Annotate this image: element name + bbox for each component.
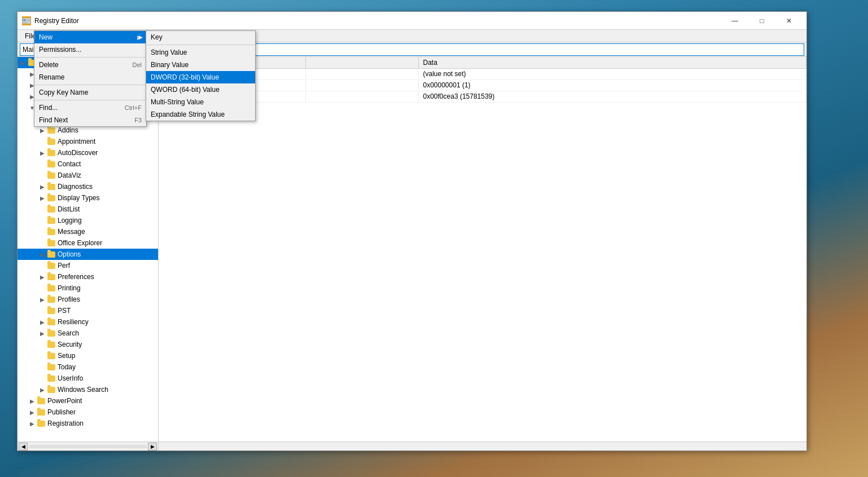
tree-item[interactable]: DistList bbox=[17, 204, 158, 215]
tree-item[interactable]: PST bbox=[17, 305, 158, 316]
tree-item[interactable]: Message bbox=[17, 226, 158, 237]
close-button[interactable]: ✕ bbox=[776, 12, 802, 30]
folder-icon bbox=[47, 363, 56, 371]
tree-item[interactable]: Printing bbox=[17, 282, 158, 294]
menu-item-find-label: Find... bbox=[39, 104, 58, 112]
cell-type bbox=[305, 80, 418, 91]
submenu-item-multi-string[interactable]: Multi-String Value bbox=[146, 96, 255, 108]
submenu-item-dword-label: DWORD (32-bit) Value bbox=[151, 73, 219, 81]
new-submenu[interactable]: Key String Value Binary Value DWORD (32-… bbox=[146, 30, 256, 121]
menu-item-new-label: New bbox=[39, 33, 52, 41]
tree-item[interactable]: UserInfo bbox=[17, 373, 158, 384]
expand-icon: ▶ bbox=[28, 396, 37, 405]
tree-item[interactable]: ▶ Registration bbox=[17, 418, 158, 429]
table-row[interactable]: (Default) (value not set) bbox=[159, 68, 806, 80]
expand-icon: ▶ bbox=[38, 193, 47, 202]
menu-item-find-next[interactable]: Find Next F3 bbox=[34, 114, 146, 126]
folder-icon bbox=[47, 183, 56, 191]
tree-item[interactable]: ▶ Publisher bbox=[17, 407, 158, 418]
minimize-button[interactable]: — bbox=[722, 12, 748, 30]
submenu-item-string-value[interactable]: String Value bbox=[146, 46, 255, 59]
menu-item-rename[interactable]: Rename bbox=[34, 71, 146, 83]
expand-icon: ▶ bbox=[38, 272, 47, 281]
tree-item[interactable]: ▶ Windows Search bbox=[17, 384, 158, 395]
cell-data: 0x00000001 (1) bbox=[418, 80, 806, 91]
tree-item-profiles[interactable]: ▶ Profiles bbox=[17, 294, 158, 305]
maximize-button[interactable]: □ bbox=[749, 12, 775, 30]
submenu-item-binary-label: Binary Value bbox=[151, 61, 188, 69]
cell-type bbox=[305, 68, 418, 80]
folder-icon bbox=[37, 419, 46, 427]
col-header-data: Data bbox=[418, 57, 806, 68]
menu-item-copy-key-name[interactable]: Copy Key Name bbox=[34, 86, 146, 99]
tree-item[interactable]: Appointment bbox=[17, 136, 158, 147]
menu-item-find[interactable]: Find... Ctrl+F bbox=[34, 101, 146, 114]
data-panel: Name Data (Default) (value not set) 0x bbox=[159, 57, 806, 441]
svg-rect-1 bbox=[23, 19, 26, 21]
svg-rect-5 bbox=[23, 23, 28, 23]
expand-icon: ▶ bbox=[38, 385, 47, 394]
expand-icon: ▶ bbox=[38, 295, 47, 304]
titlebar-buttons: — □ ✕ bbox=[722, 12, 802, 30]
tree-item[interactable]: ▶ PowerPoint bbox=[17, 395, 158, 407]
expand-icon: ▶ bbox=[38, 182, 47, 191]
separator bbox=[146, 45, 255, 45]
folder-icon bbox=[37, 408, 46, 416]
hscroll-right[interactable]: ▶ bbox=[148, 443, 157, 450]
expand-icon: ▶ bbox=[28, 419, 37, 428]
folder-icon bbox=[47, 149, 56, 157]
tree-item-options[interactable]: ▶ Options bbox=[17, 249, 158, 260]
tree-item-preferences[interactable]: ▶ Preferences bbox=[17, 271, 158, 282]
menu-item-delete[interactable]: Delete Del bbox=[34, 59, 146, 71]
tree-item[interactable]: Setup bbox=[17, 350, 158, 361]
folder-icon bbox=[47, 250, 56, 258]
expand-icon: ▶ bbox=[38, 126, 47, 135]
tree-item-search[interactable]: ▶ Search bbox=[17, 328, 158, 339]
col-header-type bbox=[305, 57, 418, 68]
window-icon bbox=[22, 16, 31, 25]
tree-item-display-types[interactable]: ▶ Display Types bbox=[17, 192, 158, 204]
tree-item[interactable]: Office Explorer bbox=[17, 237, 158, 249]
folder-icon bbox=[47, 171, 56, 179]
submenu-item-dword-value[interactable]: DWORD (32-bit) Value bbox=[146, 71, 255, 83]
folder-icon bbox=[47, 194, 56, 202]
tree-item[interactable]: Logging bbox=[17, 215, 158, 226]
folder-icon bbox=[47, 307, 56, 315]
folder-icon bbox=[47, 284, 56, 292]
edit-dropdown-menu[interactable]: New ▶ Permissions... Delete Del Rename C… bbox=[34, 30, 147, 127]
table-row[interactable]: 0x00f0cea3 (15781539) bbox=[159, 91, 806, 102]
submenu-item-multi-string-label: Multi-String Value bbox=[151, 98, 204, 106]
separator bbox=[34, 57, 146, 58]
folder-icon bbox=[47, 374, 56, 382]
submenu-item-qword-value[interactable]: QWORD (64-bit) Value bbox=[146, 83, 255, 96]
submenu-item-expandable-label: Expandable String Value bbox=[151, 111, 225, 118]
submenu-item-expandable-string[interactable]: Expandable String Value bbox=[146, 108, 255, 121]
folder-icon bbox=[47, 318, 56, 326]
menu-item-new[interactable]: New ▶ bbox=[34, 31, 146, 43]
tree-item[interactable]: ▶ Diagnostics bbox=[17, 181, 158, 192]
expand-icon: ▶ bbox=[19, 58, 28, 67]
svg-rect-2 bbox=[27, 19, 30, 20]
table-row[interactable]: 0x00000001 (1) bbox=[159, 80, 806, 91]
tree-item[interactable]: Contact bbox=[17, 158, 158, 170]
separator bbox=[34, 85, 146, 85]
submenu-item-binary-value[interactable]: Binary Value bbox=[146, 59, 255, 71]
tree-item[interactable]: ▶ AutoDiscover bbox=[17, 147, 158, 158]
folder-icon bbox=[47, 160, 56, 168]
expand-icon: ▶ bbox=[38, 250, 47, 259]
tree-item[interactable]: ▶ Resiliency bbox=[17, 316, 158, 328]
cell-data: (value not set) bbox=[418, 68, 806, 80]
folder-icon bbox=[47, 239, 56, 247]
submenu-item-key[interactable]: Key bbox=[146, 31, 255, 43]
tree-item-security[interactable]: Security bbox=[17, 339, 158, 350]
folder-icon bbox=[47, 329, 56, 337]
submenu-item-key-label: Key bbox=[151, 33, 163, 41]
hscroll-left[interactable]: ◀ bbox=[19, 443, 28, 450]
find-shortcut: Ctrl+F bbox=[125, 104, 142, 111]
tree-item[interactable]: Perf bbox=[17, 260, 158, 271]
folder-icon bbox=[47, 138, 56, 145]
menu-item-permissions[interactable]: Permissions... bbox=[34, 43, 146, 56]
submenu-item-qword-label: QWORD (64-bit) Value bbox=[151, 86, 220, 94]
tree-item[interactable]: DataViz bbox=[17, 170, 158, 181]
tree-item[interactable]: Today bbox=[17, 361, 158, 373]
